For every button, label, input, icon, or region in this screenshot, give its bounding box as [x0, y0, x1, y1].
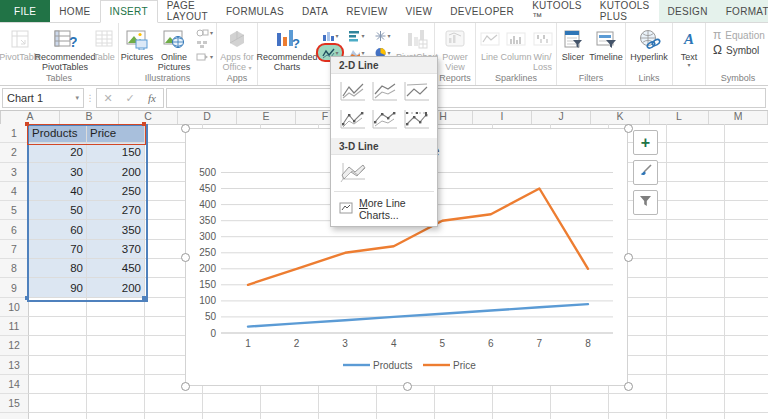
- row-header[interactable]: 8: [0, 259, 29, 278]
- row-header[interactable]: 1: [0, 124, 29, 143]
- cell[interactable]: [667, 240, 725, 259]
- tab-kutools-plus[interactable]: KUTOOLS PLUS: [591, 0, 659, 22]
- cell[interactable]: 200: [87, 163, 145, 182]
- cell[interactable]: [725, 394, 768, 413]
- chart-styles-button[interactable]: [633, 160, 658, 185]
- cell[interactable]: 50: [29, 201, 87, 220]
- power-view-button[interactable]: Power View: [436, 24, 474, 72]
- tab-design[interactable]: DESIGN: [659, 0, 717, 22]
- cell[interactable]: [87, 375, 145, 394]
- row-header[interactable]: 5: [0, 201, 29, 220]
- cell[interactable]: [725, 240, 768, 259]
- cell[interactable]: [145, 413, 203, 419]
- cell[interactable]: [725, 413, 768, 419]
- cell[interactable]: [667, 375, 725, 394]
- cell[interactable]: Products: [29, 124, 87, 143]
- cell[interactable]: 350: [87, 220, 145, 239]
- cell[interactable]: [29, 413, 87, 419]
- cell[interactable]: [725, 124, 768, 143]
- chart-resize-handle[interactable]: [624, 382, 633, 391]
- cell[interactable]: [261, 413, 319, 419]
- cell[interactable]: [725, 278, 768, 297]
- cell[interactable]: 250: [87, 182, 145, 201]
- row-header[interactable]: 10: [0, 298, 29, 317]
- tab-home[interactable]: HOME: [50, 0, 99, 22]
- sparkline-winloss-button[interactable]: Win/ Loss: [530, 24, 555, 72]
- shapes-button[interactable]: ▾: [196, 28, 213, 37]
- text-button[interactable]: A Text ▾: [674, 24, 704, 68]
- cell[interactable]: [551, 413, 609, 419]
- cell[interactable]: 40: [29, 182, 87, 201]
- cell[interactable]: Price: [87, 124, 145, 143]
- equation-button[interactable]: π Equation ▾: [713, 29, 768, 41]
- line-with-markers-option[interactable]: [337, 107, 367, 132]
- tab-view[interactable]: VIEW: [397, 0, 442, 22]
- three-d-line-option[interactable]: [337, 159, 367, 184]
- cell[interactable]: [29, 336, 87, 355]
- chart-resize-handle[interactable]: [403, 382, 412, 391]
- cell[interactable]: [667, 356, 725, 375]
- cell[interactable]: 70: [29, 240, 87, 259]
- cell[interactable]: [319, 413, 377, 419]
- cell[interactable]: [29, 356, 87, 375]
- cell[interactable]: [667, 182, 725, 201]
- cell[interactable]: [667, 163, 725, 182]
- cell[interactable]: [87, 394, 145, 413]
- cell[interactable]: [203, 394, 261, 413]
- timeline-button[interactable]: Timeline: [588, 24, 624, 62]
- recommended-pivottables-button[interactable]: ? Recommended PivotTables: [39, 24, 91, 72]
- cell[interactable]: [609, 413, 667, 419]
- smartart-button[interactable]: [196, 40, 213, 49]
- cell[interactable]: [667, 413, 725, 419]
- chart-resize-handle[interactable]: [624, 124, 633, 133]
- tab-review[interactable]: REVIEW: [337, 0, 396, 22]
- stacked-line-with-markers-option[interactable]: [369, 107, 399, 132]
- stacked-line-option[interactable]: [369, 79, 399, 104]
- chart-elements-button[interactable]: +: [633, 130, 658, 155]
- chart-resize-handle[interactable]: [181, 382, 190, 391]
- cell[interactable]: [725, 336, 768, 355]
- tab-developer[interactable]: DEVELOPER: [441, 0, 523, 22]
- row-header[interactable]: 12: [0, 336, 29, 355]
- sparkline-column-button[interactable]: Column: [502, 24, 530, 62]
- cell[interactable]: [87, 298, 145, 317]
- hyperlink-button[interactable]: Hyperlink: [627, 24, 671, 62]
- cell[interactable]: [493, 394, 551, 413]
- cell[interactable]: [29, 298, 87, 317]
- tab-data[interactable]: DATA: [293, 0, 337, 22]
- online-pictures-button[interactable]: Online Pictures: [154, 24, 194, 72]
- tab-formulas[interactable]: FORMULAS: [217, 0, 293, 22]
- row-header[interactable]: 15: [0, 394, 29, 413]
- insert-function-button[interactable]: fx: [141, 92, 163, 104]
- line-option[interactable]: [337, 79, 367, 104]
- hundred-pct-stacked-line-option[interactable]: [401, 79, 431, 104]
- cell[interactable]: [261, 394, 319, 413]
- cell[interactable]: [145, 394, 203, 413]
- row-header[interactable]: 4: [0, 182, 29, 201]
- name-box[interactable]: Chart 1 ▾: [2, 88, 84, 108]
- cell[interactable]: [667, 317, 725, 336]
- cell[interactable]: [667, 394, 725, 413]
- cell[interactable]: 270: [87, 201, 145, 220]
- cell[interactable]: [319, 394, 377, 413]
- cell[interactable]: [725, 143, 768, 162]
- cell[interactable]: [725, 201, 768, 220]
- cell[interactable]: [667, 220, 725, 239]
- pictures-button[interactable]: Pictures: [120, 24, 154, 62]
- slicer-button[interactable]: Slicer: [558, 24, 588, 62]
- cell[interactable]: 60: [29, 220, 87, 239]
- cell[interactable]: [435, 394, 493, 413]
- cell[interactable]: [87, 356, 145, 375]
- cell[interactable]: [667, 143, 725, 162]
- row-header[interactable]: 3: [0, 163, 29, 182]
- cell[interactable]: [377, 394, 435, 413]
- cell[interactable]: 200: [87, 278, 145, 297]
- cell[interactable]: [29, 317, 87, 336]
- cell[interactable]: [29, 375, 87, 394]
- cell[interactable]: 20: [29, 143, 87, 162]
- formula-input[interactable]: [166, 88, 766, 108]
- cell[interactable]: [377, 413, 435, 419]
- chart-resize-handle[interactable]: [624, 253, 633, 262]
- insert-bar-chart-button[interactable]: ▾: [344, 28, 368, 43]
- pivottable-button[interactable]: PivotTable: [1, 24, 39, 62]
